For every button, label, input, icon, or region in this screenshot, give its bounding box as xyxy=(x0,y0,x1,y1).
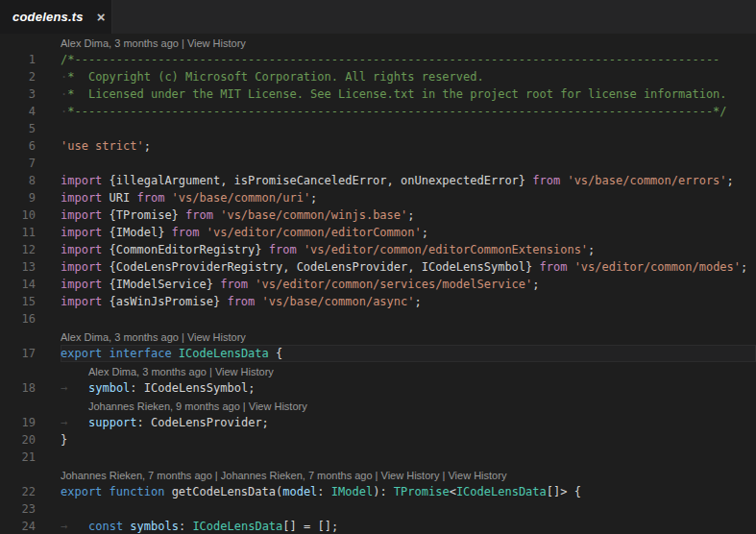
code-line-row: 5 xyxy=(0,120,756,137)
codelens-link[interactable]: Johannes Rieken, 7 months ago xyxy=(61,470,212,481)
code-line[interactable]: import URI from 'vs/base/common/uri'; xyxy=(61,189,756,206)
codelens-link[interactable]: Alex Dima, 3 months ago xyxy=(88,366,207,377)
gutter xyxy=(0,34,61,51)
code-line[interactable]: import {CommonEditorRegistry} from 'vs/e… xyxy=(61,241,756,258)
line-number: 14 xyxy=(0,276,36,293)
code-token: ; xyxy=(310,191,317,205)
code-line-row: 20} xyxy=(0,431,756,449)
line-number: 19 xyxy=(0,414,36,431)
code-line[interactable] xyxy=(61,449,756,466)
code-line[interactable]: ·*--------------------------------------… xyxy=(61,103,756,120)
tab-codelens-ts[interactable]: codelens.ts × xyxy=(0,0,112,34)
codelens-link[interactable]: Alex Dima, 3 months ago xyxy=(61,331,179,343)
code-token: from xyxy=(269,243,304,256)
code-token: import xyxy=(61,191,110,205)
code-line[interactable]: →support: CodeLensProvider; xyxy=(61,414,756,431)
line-number: 17 xyxy=(0,345,36,362)
code-token: < xyxy=(450,485,456,498)
editor-rows: Alex Dima, 3 months ago | View History1/… xyxy=(0,34,756,534)
gutter: 2 xyxy=(0,68,61,85)
whitespace-marker: → xyxy=(61,518,88,534)
close-icon[interactable]: × xyxy=(97,10,106,24)
code-line[interactable]: 'use strict'; xyxy=(61,137,756,155)
code-line[interactable]: import {IModelService} from 'vs/editor/c… xyxy=(61,276,756,293)
code-token: IModel xyxy=(331,485,373,498)
line-number: 22 xyxy=(0,483,36,500)
line-number: 15 xyxy=(0,293,36,310)
code-line-row: 15import {asWinJsPromise} from 'vs/base/… xyxy=(0,293,756,310)
codelens-link[interactable]: View History xyxy=(187,331,246,343)
codelens-link[interactable]: Johannes Rieken, 9 months ago xyxy=(88,400,240,412)
codelens-link[interactable]: Johannes Rieken, 7 months ago xyxy=(221,470,373,481)
gutter xyxy=(0,397,61,414)
line-number: 9 xyxy=(0,189,36,206)
editor: Alex Dima, 3 months ago | View History1/… xyxy=(0,34,756,534)
codelens-link[interactable]: View History xyxy=(381,470,440,481)
line-number: 21 xyxy=(0,449,36,466)
line-number: 8 xyxy=(0,172,36,189)
code-token: model xyxy=(282,485,317,498)
code-line[interactable]: export function getCodeLensData(model: I… xyxy=(61,483,756,500)
gutter: 7 xyxy=(0,155,61,172)
gutter: 8 xyxy=(0,172,61,189)
code-token xyxy=(164,485,171,498)
code-line-row: 9import URI from 'vs/base/common/uri'; xyxy=(0,189,756,206)
code-line-row: 12import {CommonEditorRegistry} from 'vs… xyxy=(0,241,756,258)
codelens-row: Johannes Rieken, 7 months ago | Johannes… xyxy=(0,466,756,483)
gutter: 11 xyxy=(0,224,61,241)
codelens-content: Johannes Rieken, 7 months ago | Johannes… xyxy=(61,466,756,483)
code-line[interactable] xyxy=(61,500,756,518)
code-line[interactable] xyxy=(61,120,756,137)
code-line[interactable]: /*--------------------------------------… xyxy=(61,51,756,68)
code-line[interactable]: import {IModel} from 'vs/editor/common/e… xyxy=(61,224,756,241)
code-token: import xyxy=(61,243,110,256)
line-number xyxy=(0,362,36,379)
code-line[interactable] xyxy=(61,310,756,328)
code-token: ; xyxy=(422,226,428,239)
code-token: * Licensed under the MIT License. See Li… xyxy=(67,87,726,101)
codelens-link[interactable]: View History xyxy=(187,37,246,49)
code-token: 'vs/base/common/errors' xyxy=(567,174,726,187)
code-token: symbol xyxy=(88,381,130,395)
code-token: []> { xyxy=(547,485,581,498)
code-line[interactable]: import {illegalArgument, isPromiseCancel… xyxy=(61,172,756,189)
code-token: * Copyright (c) Microsoft Corporation. A… xyxy=(67,70,483,84)
line-number: 12 xyxy=(0,241,36,258)
code-token xyxy=(102,347,109,360)
codelens-link[interactable]: View History xyxy=(215,366,274,377)
codelens-row: Johannes Rieken, 9 months ago | View His… xyxy=(0,397,756,414)
gutter: 4 xyxy=(0,103,61,120)
code-token: const xyxy=(88,520,123,533)
codelens-link[interactable]: Alex Dima, 3 months ago xyxy=(61,37,179,49)
codelens-row: Alex Dima, 3 months ago | View History xyxy=(0,34,756,51)
code-line[interactable]: } xyxy=(61,431,756,449)
code-line[interactable] xyxy=(61,155,756,172)
line-number: 23 xyxy=(0,500,36,518)
code-token: TPromise xyxy=(394,485,450,498)
line-number: 6 xyxy=(0,137,36,155)
code-token: 'vs/editor/common/editorCommonExtensions… xyxy=(304,243,588,256)
code-line-row: 13import {CodeLensProviderRegistry, Code… xyxy=(0,258,756,276)
gutter: 18 xyxy=(0,379,61,397)
code-line[interactable]: →symbol: ICodeLensSymbol; xyxy=(61,379,756,397)
code-token: [] = []; xyxy=(282,520,338,533)
codelens-link[interactable]: View History xyxy=(249,400,307,412)
code-line[interactable]: import {CodeLensProviderRegistry, CodeLe… xyxy=(61,258,756,276)
code-line[interactable]: import {TPromise} from 'vs/base/common/w… xyxy=(61,206,756,224)
code-line[interactable]: ·* Licensed under the MIT License. See L… xyxy=(61,85,756,103)
gutter: 24 xyxy=(0,518,61,534)
code-token: getCodeLensData( xyxy=(172,485,283,498)
code-line[interactable]: ·* Copyright (c) Microsoft Corporation. … xyxy=(61,68,756,85)
code-line[interactable]: import {asWinJsPromise} from 'vs/base/co… xyxy=(61,293,756,310)
code-token: 'vs/base/common/winjs.base' xyxy=(220,208,407,222)
code-token: interface xyxy=(110,347,172,360)
code-line-row: 17export interface ICodeLensData { xyxy=(0,345,756,362)
code-line[interactable]: →const symbols: ICodeLensData[] = []; xyxy=(61,518,756,534)
code-token: {asWinJsPromise} xyxy=(110,295,228,308)
codelens-link[interactable]: View History xyxy=(448,470,506,481)
code-line[interactable]: export interface ICodeLensData { xyxy=(61,345,756,362)
gutter: 15 xyxy=(0,293,61,310)
gutter: 5 xyxy=(0,120,61,137)
codelens-content: Alex Dima, 3 months ago | View History xyxy=(61,362,756,379)
line-number: 16 xyxy=(0,310,36,328)
